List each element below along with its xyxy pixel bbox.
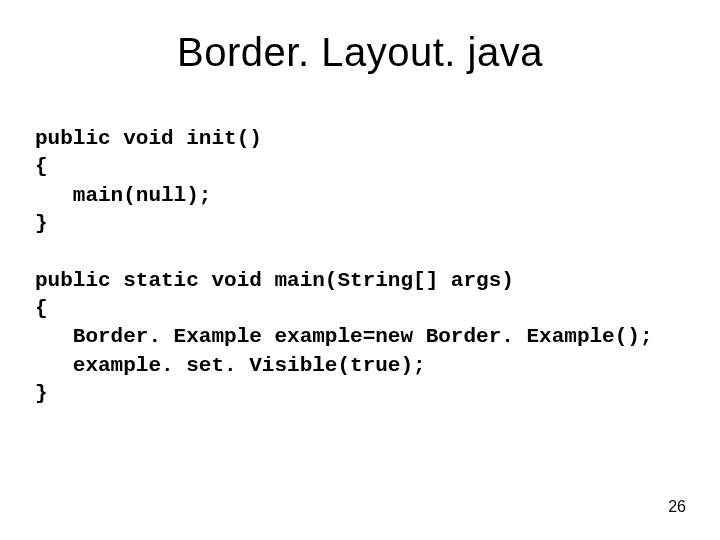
page-number: 26 — [668, 498, 686, 516]
slide: Border. Layout. java public void init() … — [0, 0, 720, 540]
slide-title: Border. Layout. java — [0, 30, 720, 75]
code-block: public void init() { main(null); } publi… — [35, 125, 653, 408]
